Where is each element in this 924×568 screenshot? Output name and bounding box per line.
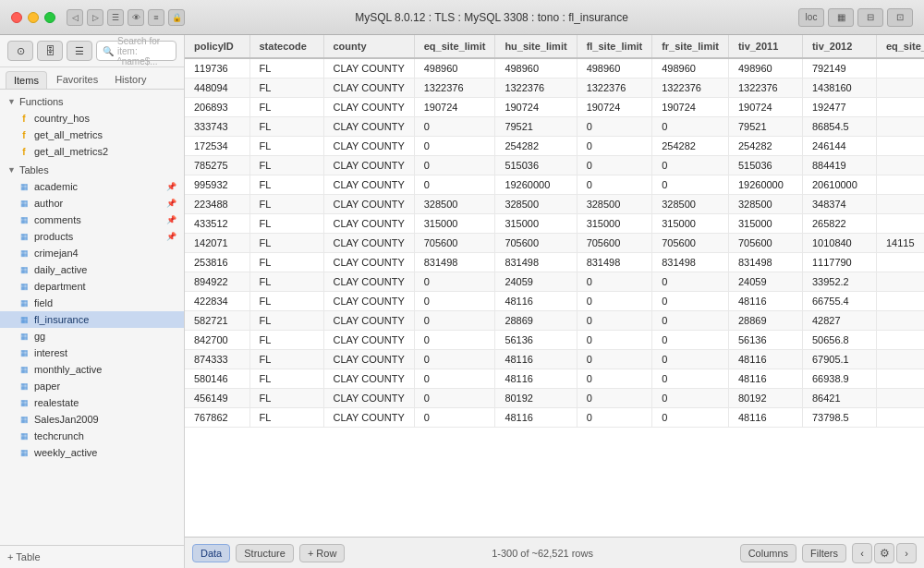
table-row[interactable]: 456149FLCLAY COUNTY080192008019286421 (185, 389, 924, 408)
minimize-button[interactable] (28, 12, 39, 23)
table-cell: 66938.9 (802, 369, 876, 389)
search-box[interactable]: 🔍 Search for item: ^name$... (96, 41, 176, 61)
sidebar-icon-btn-1[interactable]: ⊙ (7, 41, 33, 61)
sidebar-item-realestate[interactable]: ▦ realestate (0, 394, 184, 411)
filters-button[interactable]: Filters (802, 544, 846, 562)
table-cell (876, 79, 924, 98)
table-row[interactable]: 448094FLCLAY COUNTY132237613223761322376… (185, 79, 924, 98)
sidebar-item-comments[interactable]: ▦ comments 📌 (0, 211, 184, 228)
table-row[interactable]: 172534FLCLAY COUNTY025428202542822542822… (185, 137, 924, 156)
table-row[interactable]: 842700FLCLAY COUNTY056136005613650656.8 (185, 331, 924, 350)
table-cell: 0 (577, 350, 652, 369)
table-row[interactable]: 223488FLCLAY COUNTY328500328500328500328… (185, 195, 924, 214)
sidebar-item-monthly-active[interactable]: ▦ monthly_active (0, 361, 184, 378)
table-row[interactable]: 767862FLCLAY COUNTY048116004811673798.5 (185, 408, 924, 428)
table-row[interactable]: 894922FLCLAY COUNTY024059002405933952.2 (185, 272, 924, 292)
column-header-policyID[interactable]: policyID (185, 35, 249, 58)
column-header-statecode[interactable]: statecode (249, 35, 323, 58)
functions-header[interactable]: ▼ Functions (0, 93, 184, 110)
sidebar-item-paper[interactable]: ▦ paper (0, 378, 184, 394)
table-row[interactable]: 422834FLCLAY COUNTY048116004811666755.4 (185, 292, 924, 311)
table-container[interactable]: policyIDstatecodecountyeq_site_limithu_s… (185, 35, 924, 537)
close-button[interactable] (11, 12, 22, 23)
table-cell: 328500 (652, 195, 729, 214)
view-toggle[interactable]: ☰ (107, 9, 124, 26)
column-header-tiv_2012[interactable]: tiv_2012 (802, 35, 876, 58)
layout-button2[interactable]: ⊟ (857, 8, 883, 27)
tab-items[interactable]: Items (6, 71, 47, 89)
sidebar-item-get-all-metrics2[interactable]: f get_all_metrics2 (0, 143, 184, 160)
item-label: realestate (34, 397, 79, 408)
table-row[interactable]: 580146FLCLAY COUNTY048116004811666938.9 (185, 369, 924, 389)
sidebar-item-academic[interactable]: ▦ academic 📌 (0, 178, 184, 195)
table-row[interactable]: 785275FLCLAY COUNTY051503600515036884419 (185, 156, 924, 175)
gear-button[interactable]: ⚙ (874, 543, 894, 563)
table-row[interactable]: 119736FLCLAY COUNTY498960498960498960498… (185, 58, 924, 79)
table-cell: 50656.8 (802, 331, 876, 350)
maximize-button[interactable] (44, 12, 55, 23)
forward-button[interactable]: ▷ (87, 9, 103, 26)
table-cell: CLAY COUNTY (323, 137, 414, 156)
column-header-hu_site_limit[interactable]: hu_site_limit (495, 35, 577, 58)
sidebar-item-country-hos[interactable]: f country_hos (0, 110, 184, 127)
table-cell: 705600 (495, 234, 577, 253)
sidebar-item-interest[interactable]: ▦ interest (0, 344, 184, 361)
column-header-fr_site_limit[interactable]: fr_site_limit (652, 35, 729, 58)
sidebar-item-daily-active[interactable]: ▦ daily_active (0, 261, 184, 278)
titlebar: ◁ ▷ ☰ 👁 ≡ 🔒 MySQL 8.0.12 : TLS : MySQL 3… (0, 0, 924, 35)
sidebar-item-techcrunch[interactable]: ▦ techcrunch (0, 428, 184, 444)
table-row[interactable]: 433512FLCLAY COUNTY315000315000315000315… (185, 214, 924, 234)
back-button[interactable]: ◁ (67, 9, 83, 26)
columns-button[interactable]: Columns (740, 544, 796, 562)
table-cell (876, 389, 924, 408)
sidebar-item-department[interactable]: ▦ department (0, 278, 184, 295)
list-button[interactable]: ≡ (148, 9, 164, 26)
sidebar-item-gg[interactable]: ▦ gg (0, 328, 184, 344)
table-row[interactable]: 995932FLCLAY COUNTY019260000001926000020… (185, 175, 924, 195)
item-label: weekly_active (34, 447, 97, 458)
column-header-eq_site_deductible[interactable]: eq_site_deductible (876, 35, 924, 58)
sidebar-item-author[interactable]: ▦ author 📌 (0, 195, 184, 211)
sidebar-item-get-all-metrics[interactable]: f get_all_metrics (0, 127, 184, 143)
sidebar-icon-btn-2[interactable]: 🗄 (37, 41, 63, 61)
column-header-county[interactable]: county (323, 35, 414, 58)
table-icon: ▦ (18, 364, 30, 375)
table-row[interactable]: 333743FLCLAY COUNTY079521007952186854.5 (185, 117, 924, 137)
sidebar-item-fl-insurance[interactable]: ▦ fl_insurance (0, 311, 184, 328)
table-cell: 48116 (728, 369, 802, 389)
layout-button1[interactable]: ▦ (828, 8, 854, 27)
table-cell: FL (249, 58, 323, 79)
table-cell (876, 408, 924, 428)
add-row-button[interactable]: + Row (299, 544, 346, 562)
prev-page-button[interactable]: ‹ (852, 543, 872, 563)
table-row[interactable]: 874333FLCLAY COUNTY048116004811667905.1 (185, 350, 924, 369)
column-header-tiv_2011[interactable]: tiv_2011 (728, 35, 802, 58)
sidebar-item-products[interactable]: ▦ products 📌 (0, 228, 184, 245)
table-row[interactable]: 206893FLCLAY COUNTY190724190724190724190… (185, 98, 924, 117)
sidebar-item-field[interactable]: ▦ field (0, 295, 184, 311)
table-row[interactable]: 582721FLCLAY COUNTY028869002886942827 (185, 311, 924, 331)
sidebar-item-salesjan2009[interactable]: ▦ SalesJan2009 (0, 411, 184, 428)
next-page-button[interactable]: › (896, 543, 917, 563)
table-cell: FL (249, 350, 323, 369)
add-table-button[interactable]: + Table (0, 545, 184, 568)
lock-button[interactable]: 🔒 (168, 9, 185, 26)
table-row[interactable]: 142071FLCLAY COUNTY705600705600705600705… (185, 234, 924, 253)
tab-structure[interactable]: Structure (236, 544, 294, 562)
layout-button3[interactable]: ⊡ (887, 8, 913, 27)
tables-header[interactable]: ▼ Tables (0, 162, 184, 178)
table-cell: 0 (577, 369, 652, 389)
sidebar-icon-btn-3[interactable]: ☰ (67, 41, 92, 61)
sidebar-item-weekly-active[interactable]: ▦ weekly_active (0, 444, 184, 461)
loc-button[interactable]: loc (798, 8, 824, 27)
tab-history[interactable]: History (107, 71, 153, 89)
column-header-eq_site_limit[interactable]: eq_site_limit (414, 35, 495, 58)
pin-icon: 📌 (166, 215, 176, 224)
table-row[interactable]: 253816FLCLAY COUNTY831498831498831498831… (185, 253, 924, 272)
column-header-fl_site_limit[interactable]: fl_site_limit (577, 35, 652, 58)
tab-data[interactable]: Data (192, 544, 230, 562)
sidebar-item-crimejan4[interactable]: ▦ crimejan4 (0, 245, 184, 261)
tab-favorites[interactable]: Favorites (49, 71, 105, 89)
table-cell: CLAY COUNTY (323, 234, 414, 253)
eye-button[interactable]: 👁 (128, 9, 144, 26)
